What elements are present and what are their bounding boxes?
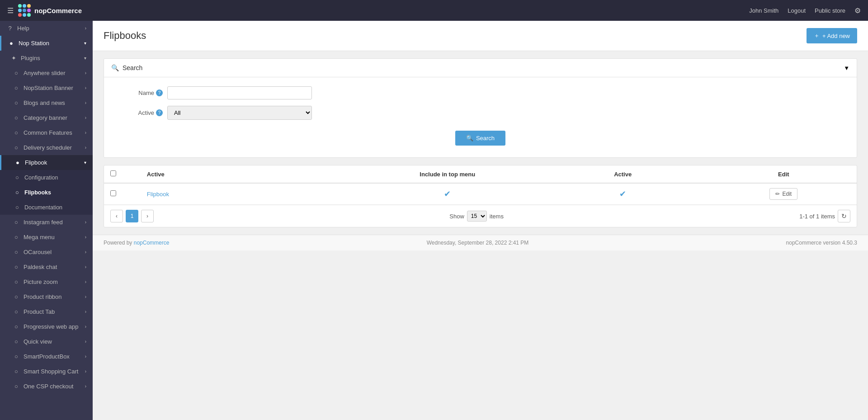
search-panel-title: Search [123,64,142,71]
circle-icon: ○ [13,129,20,136]
chevron-right-icon: › [85,279,86,284]
sidebar-item-progressive-web-app[interactable]: ○ Progressive web app › [0,319,93,334]
circle-icon: ○ [14,189,21,196]
sidebar-item-product-tab[interactable]: ○ Product Tab › [0,304,93,319]
active-form-row: Active ? All Active Inactive [118,106,843,120]
name-help-icon[interactable]: ? [156,90,163,96]
sidebar-item-flipbooks[interactable]: ○ Flipbooks [0,185,93,200]
hamburger-icon[interactable]: ☰ [7,6,14,15]
active-help-icon[interactable]: ? [156,109,163,116]
circle-icon: ○ [13,249,20,255]
circle-icon: ○ [14,204,21,211]
sidebar-item-plugins[interactable]: ✦ Plugins ▾ [0,51,93,66]
circle-icon: ○ [13,99,20,106]
refresh-icon: ↻ [841,212,847,220]
pagination-row: ‹ 1 › Show 15 25 50 items [104,205,857,227]
sidebar-item-label: Documentation [24,204,62,211]
sidebar-item-instagram-feed[interactable]: ○ Instagram feed › [0,215,93,230]
row-checkbox[interactable] [110,190,116,196]
sidebar-item-help[interactable]: ? Help › [0,21,93,36]
circle-icon: ○ [13,353,20,360]
add-new-button[interactable]: ＋ + Add new [807,28,857,43]
search-panel-header[interactable]: 🔍 Search ▼ [104,59,857,77]
select-all-checkbox[interactable] [110,170,116,176]
sidebar-item-anywhere-slider[interactable]: ○ Anywhere slider › [0,66,93,80]
sidebar-item-documentation[interactable]: ○ Documentation [0,200,93,215]
sidebar-item-label: Smart Shopping Cart [24,368,78,375]
page-1-button[interactable]: 1 [126,210,138,222]
chevron-right-icon: › [85,384,86,389]
next-page-button[interactable]: › [141,210,154,222]
refresh-button[interactable]: ↻ [838,210,850,222]
sidebar-item-flipbook[interactable]: ● Flipbook ▾ [0,155,93,170]
sidebar-item-category-banner[interactable]: ○ Category banner › [0,110,93,125]
table-row: Flipbook ✔ ✔ ✏ Edit [104,183,857,205]
sidebar-item-ocarousel[interactable]: ○ OCarousel › [0,245,93,260]
page-1-label: 1 [131,213,134,219]
name-form-row: Name ? [118,86,843,99]
circle-icon: ○ [13,338,20,345]
sidebar-item-smart-shopping-cart[interactable]: ○ Smart Shopping Cart › [0,364,93,379]
sidebar-item-blogs-news[interactable]: ○ Blogs and news › [0,95,93,110]
circle-icon: ○ [14,174,21,181]
sidebar-item-label: Delivery scheduler [24,144,72,151]
logo-icon [18,4,31,17]
sidebar-item-product-ribbon[interactable]: ○ Product ribbon › [0,289,93,304]
next-icon: › [146,213,148,219]
sidebar-item-label: Blogs and news [24,99,65,106]
row-topmenu-cell: ✔ [360,183,535,205]
sidebar-item-nopstation[interactable]: ● Nop Station ▾ [0,36,93,51]
page-title: Flipbooks [104,30,146,42]
footer-version: nopCommerce version 4.50.3 [786,240,857,246]
flipbook-link[interactable]: Flipbook [147,191,169,198]
sidebar-item-quick-view[interactable]: ○ Quick view › [0,334,93,349]
chevron-right-icon: › [85,250,86,255]
circle-icon: ○ [13,368,20,375]
sidebar-item-picture-zoom[interactable]: ○ Picture zoom › [0,274,93,289]
chevron-right-icon: › [85,264,86,269]
page-header: Flipbooks ＋ + Add new [93,21,868,51]
active-select[interactable]: All Active Inactive [167,106,312,120]
nopcommerce-link[interactable]: nopCommerce [134,240,170,246]
items-per-page-select[interactable]: 15 25 50 [467,211,487,222]
col-header-edit: Edit [711,165,857,183]
help-icon: ? [6,25,14,32]
sidebar-item-smartproductbox[interactable]: ○ SmartProductBox › [0,349,93,364]
active-label-text: Active [138,109,154,116]
sidebar-item-label: Instagram feed [24,219,63,226]
plus-icon: ＋ [814,32,820,40]
sidebar-item-nopstation-banner[interactable]: ○ NopStation Banner › [0,80,93,95]
name-input[interactable] [167,86,312,99]
collapse-icon[interactable]: ▼ [844,65,849,71]
active-check-icon: ✔ [619,189,626,198]
search-btn-label: Search [476,135,495,142]
sidebar-item-configuration[interactable]: ○ Configuration [0,170,93,185]
gear-icon[interactable]: ⚙ [854,6,861,15]
sidebar-item-label: Progressive web app [24,323,78,330]
edit-button[interactable]: ✏ Edit [769,188,797,200]
sidebar-item-common-features[interactable]: ○ Common Features › [0,125,93,140]
sidebar-item-delivery-scheduler[interactable]: ○ Delivery scheduler › [0,140,93,155]
content-area: Flipbooks ＋ + Add new 🔍 Search ▼ Name ? [93,21,868,420]
show-text: Show [449,213,464,220]
add-new-label: + Add new [822,33,850,39]
logout-link[interactable]: Logout [788,7,806,14]
sidebar-item-label: Paldesk chat [24,264,57,270]
sidebar-item-label: Common Features [24,129,72,136]
prev-page-button[interactable]: ‹ [110,210,123,222]
sidebar: ? Help › ● Nop Station ▾ ✦ Plugins ▾ ○ A… [0,21,93,420]
nav-right: John Smith Logout Public store ⚙ [749,6,861,15]
nopstation-icon: ● [8,40,15,47]
col-header-topmenu: Include in top menu [360,165,535,183]
chevron-right-icon: › [85,85,86,90]
public-store-link[interactable]: Public store [815,7,845,14]
sidebar-item-paldesk-chat[interactable]: ○ Paldesk chat › [0,260,93,274]
sidebar-item-label: SmartProductBox [24,353,70,360]
chevron-right-icon: › [85,324,86,329]
sidebar-item-label: Product Tab [24,308,55,315]
search-button[interactable]: 🔍 Search [455,131,505,146]
sidebar-item-mega-menu[interactable]: ○ Mega menu › [0,230,93,245]
sidebar-item-one-csp-checkout[interactable]: ○ One CSP checkout › [0,379,93,394]
items-text: items [490,213,504,220]
row-edit-cell: ✏ Edit [711,183,857,205]
